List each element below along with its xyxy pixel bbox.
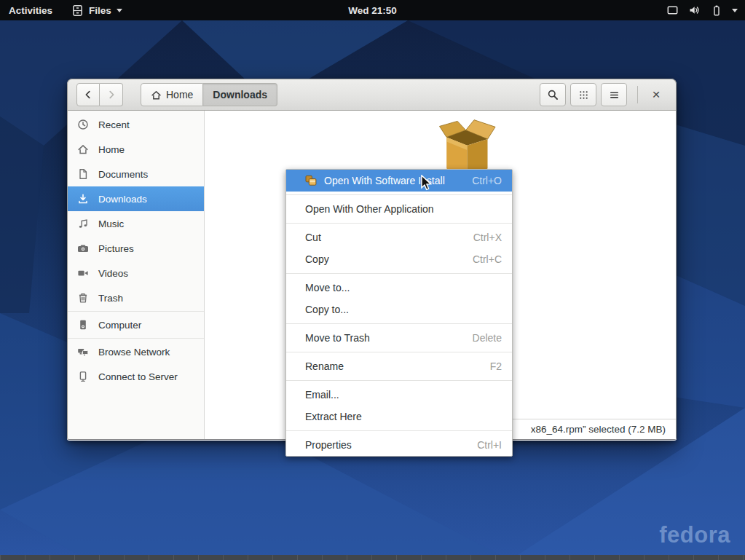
status-text: x86_64.rpm” selected (7.2 MB) (531, 424, 666, 435)
sidebar-item-label: Trash (98, 293, 123, 304)
nav-buttons (76, 83, 123, 106)
menu-item-accel: Ctrl+C (473, 253, 502, 265)
hamburger-menu-button[interactable] (601, 83, 627, 106)
sidebar-item-computer[interactable]: Computer (68, 312, 204, 337)
sidebar-item-home[interactable]: Home (68, 137, 204, 162)
sidebar-item-downloads[interactable]: Downloads (68, 186, 204, 211)
sidebar-item-label: Music (98, 218, 124, 229)
trash-icon (77, 292, 89, 304)
activities-button[interactable]: Activities (9, 5, 52, 16)
sidebar-item-videos[interactable]: Videos (68, 261, 204, 285)
app-menu-label: Files (89, 5, 111, 16)
sidebar-separator (68, 311, 204, 312)
header-separator (637, 86, 638, 103)
menu-item-rename[interactable]: RenameF2 (286, 355, 512, 377)
sidebar-separator (68, 338, 204, 339)
sidebar-item-connect-to-server[interactable]: Connect to Server (68, 364, 204, 389)
path-label: Downloads (213, 89, 267, 100)
app-menu-caret-icon (117, 9, 122, 12)
download-icon (77, 193, 89, 205)
menu-item-move-to[interactable]: Move to... (286, 277, 512, 299)
menu-item-label: Copy (305, 253, 329, 265)
menu-item-properties[interactable]: PropertiesCtrl+I (286, 434, 512, 456)
menu-item-cut[interactable]: CutCtrl+X (286, 226, 512, 248)
display-icon[interactable] (666, 4, 679, 16)
sidebar-item-documents[interactable]: Documents (68, 162, 204, 186)
menu-item-accel: Ctrl+I (477, 439, 502, 451)
sidebar-item-recent[interactable]: Recent (68, 112, 204, 137)
sidebar-item-music[interactable]: Music (68, 211, 204, 236)
menu-separator (286, 430, 512, 431)
search-button[interactable] (540, 83, 566, 106)
menu-item-copy[interactable]: CopyCtrl+C (286, 248, 512, 270)
menu-separator (286, 223, 512, 224)
sidebar-item-label: Browse Network (98, 347, 170, 358)
sidebar-item-label: Computer (98, 320, 141, 331)
home-icon (77, 143, 89, 155)
menu-separator (286, 380, 512, 381)
menu-item-label: Move to... (305, 282, 350, 293)
menu-separator (286, 352, 512, 352)
mouse-cursor (420, 175, 435, 194)
sidebar-item-label: Home (98, 144, 125, 155)
menu-item-label: Properties (305, 439, 352, 451)
menu-item-email[interactable]: Email... (286, 384, 512, 406)
top-bar: Activities Files Wed 21:50 (0, 0, 745, 20)
files-app-icon (71, 4, 84, 17)
sidebar-item-trash[interactable]: Trash (68, 285, 204, 310)
app-menu-button[interactable]: Files (71, 4, 122, 17)
path-bar: HomeDownloads (141, 83, 277, 106)
sidebar-item-label: Downloads (98, 194, 147, 205)
menu-item-accel: Delete (473, 332, 502, 344)
menu-item-accel: F2 (490, 360, 502, 372)
sidebar-item-label: Documents (98, 169, 148, 180)
sidebar: RecentHomeDocumentsDownloadsMusicPicture… (68, 111, 205, 439)
screen-bottom-strip (0, 555, 745, 560)
sidebar-item-label: Connect to Server (98, 371, 178, 382)
menu-separator (286, 323, 512, 324)
document-icon (77, 168, 89, 180)
menu-item-label: Extract Here (305, 411, 362, 422)
menu-item-label: Open With Other Application (305, 203, 434, 215)
menu-item-open-with-software-install[interactable]: Open With Software InstallCtrl+O (286, 170, 512, 192)
fedora-watermark: fedora (659, 522, 730, 548)
sidebar-item-browse-network[interactable]: Browse Network (68, 339, 204, 364)
context-menu: Open With Software InstallCtrl+OOpen Wit… (285, 169, 513, 457)
battery-icon[interactable] (711, 4, 722, 17)
videos-icon (77, 267, 89, 279)
sidebar-item-label: Videos (98, 268, 128, 279)
header-bar: HomeDownloads × (67, 79, 677, 111)
pictures-icon (77, 242, 89, 254)
network-icon (77, 346, 89, 358)
menu-item-label: Email... (305, 389, 339, 401)
menu-separator (286, 194, 512, 195)
menu-item-accel: Ctrl+X (473, 232, 502, 243)
menu-item-label: Move to Trash (305, 332, 370, 344)
sidebar-item-pictures[interactable]: Pictures (68, 236, 204, 261)
grid-view-button[interactable] (570, 83, 596, 106)
system-menu-caret-icon[interactable] (732, 9, 738, 12)
back-button[interactable] (76, 83, 100, 106)
path-button-home[interactable]: Home (141, 83, 203, 106)
path-label: Home (166, 89, 193, 100)
computer-icon (77, 319, 89, 331)
path-button-downloads[interactable]: Downloads (203, 83, 277, 106)
server-icon (77, 371, 89, 382)
menu-item-move-to-trash[interactable]: Move to TrashDelete (286, 327, 512, 349)
menu-separator (286, 273, 512, 274)
menu-item-copy-to[interactable]: Copy to... (286, 299, 512, 320)
menu-item-open-with-other-application[interactable]: Open With Other Application (286, 198, 512, 220)
volume-icon[interactable] (688, 4, 701, 16)
forward-button[interactable] (100, 83, 123, 106)
menu-item-label: Cut (305, 232, 321, 243)
sidebar-item-label: Recent (98, 119, 130, 130)
menu-item-label: Copy to... (305, 304, 349, 315)
home-icon (151, 90, 162, 100)
menu-item-extract-here[interactable]: Extract Here (286, 406, 512, 427)
software-install-icon (305, 175, 317, 186)
close-button[interactable]: × (645, 84, 667, 106)
menu-item-accel: Ctrl+O (472, 175, 502, 186)
recent-icon (77, 119, 89, 130)
music-icon (77, 218, 89, 229)
sidebar-item-label: Pictures (98, 243, 134, 254)
